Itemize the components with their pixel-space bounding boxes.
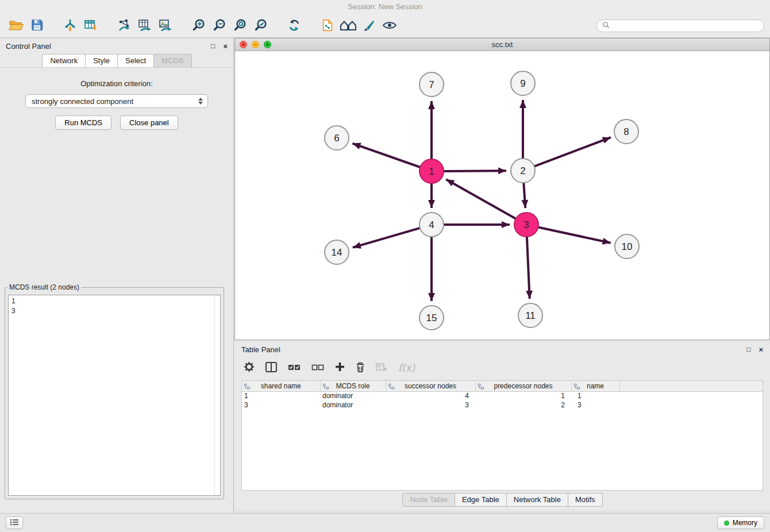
- close-table-panel-icon[interactable]: ×: [759, 346, 763, 353]
- window-titlebar: Session: New Session: [0, 0, 770, 14]
- function-builder-button[interactable]: f(x): [398, 360, 415, 376]
- zoom-out-icon: [213, 18, 226, 34]
- tab-network[interactable]: Network: [42, 54, 86, 67]
- criterion-select[interactable]: strongly connected component: [25, 94, 208, 108]
- import-network-button[interactable]: [60, 16, 80, 36]
- column-header-mcds-role[interactable]: MCDS role: [320, 381, 386, 391]
- paste-document-button[interactable]: [317, 16, 338, 36]
- tab-node-table[interactable]: Node Table: [402, 493, 455, 507]
- tab-mcds[interactable]: MCDS: [153, 54, 191, 67]
- tab-network-table[interactable]: Network Table: [506, 493, 568, 507]
- table-cell[interactable]: 4: [386, 391, 475, 400]
- close-panel-icon[interactable]: ×: [223, 43, 228, 50]
- table-cell[interactable]: 1: [571, 391, 619, 400]
- zoom-fit-button[interactable]: [230, 16, 251, 36]
- node-7[interactable]: 7: [419, 72, 444, 97]
- node-2[interactable]: 2: [511, 159, 535, 183]
- application-chrome: Session: New Session: [0, 0, 770, 38]
- node-9[interactable]: 9: [511, 71, 535, 95]
- table-cell[interactable]: 2: [475, 400, 571, 410]
- table-cell-filler: [619, 400, 763, 410]
- edge-2-3[interactable]: [523, 183, 525, 208]
- zoom-in-button[interactable]: [188, 16, 209, 36]
- save-session-button[interactable]: [26, 16, 47, 36]
- table-cell[interactable]: dominator: [320, 400, 386, 410]
- control-panel-header: Control Panel □ ×: [0, 38, 233, 54]
- select-all-columns-button[interactable]: [288, 360, 301, 376]
- node-11[interactable]: 11: [518, 303, 542, 327]
- run-mcds-button[interactable]: Run MCDS: [55, 115, 111, 130]
- node-6[interactable]: 6: [325, 126, 349, 150]
- edge-1-2[interactable]: [444, 171, 506, 171]
- edge-1-6[interactable]: [352, 144, 420, 167]
- zoom-selected-button[interactable]: [251, 16, 271, 36]
- export-image-button[interactable]: [155, 16, 176, 36]
- table-cell[interactable]: 3: [242, 400, 320, 410]
- memory-status-icon: [724, 521, 729, 526]
- table-cell[interactable]: 3: [386, 400, 475, 410]
- result-line: 1: [11, 296, 217, 306]
- edge-4-14[interactable]: [353, 228, 420, 248]
- main-toolbar: [0, 14, 770, 38]
- refresh-view-button[interactable]: [284, 16, 305, 36]
- table-row[interactable]: 3dominator323: [242, 400, 763, 410]
- minimize-window-icon[interactable]: –: [252, 41, 259, 48]
- import-table-button[interactable]: [80, 16, 101, 36]
- node-8[interactable]: 8: [614, 119, 638, 144]
- log-console-button[interactable]: [6, 516, 23, 529]
- split-panel-button[interactable]: [265, 360, 277, 376]
- unselect-all-columns-button[interactable]: [311, 360, 324, 376]
- first-neighbors-button[interactable]: [338, 16, 359, 36]
- edge-3-10[interactable]: [538, 228, 611, 243]
- double-home-icon: [340, 20, 357, 33]
- export-network-button[interactable]: [114, 16, 134, 36]
- node-15[interactable]: 15: [419, 306, 444, 330]
- search-input[interactable]: [613, 22, 759, 30]
- edge-3-11[interactable]: [527, 237, 530, 299]
- export-table-button[interactable]: [134, 16, 155, 36]
- tab-motifs[interactable]: Motifs: [568, 493, 603, 507]
- column-header-shared-name[interactable]: shared name: [242, 381, 320, 391]
- apply-style-button[interactable]: [359, 16, 379, 36]
- tab-style[interactable]: Style: [85, 54, 118, 67]
- node-4[interactable]: 4: [419, 213, 444, 237]
- node-14[interactable]: 14: [325, 240, 349, 264]
- float-panel-icon[interactable]: □: [211, 43, 215, 49]
- result-scrollbar[interactable]: [214, 296, 215, 495]
- delete-table-button[interactable]: [376, 360, 387, 376]
- column-header-name[interactable]: name: [571, 381, 619, 391]
- list-icon: [10, 519, 19, 527]
- show-hide-graphics-button[interactable]: [379, 16, 400, 36]
- network-canvas[interactable]: 1234678910111415: [235, 51, 769, 340]
- tab-edge-table[interactable]: Edge Table: [455, 493, 507, 507]
- delete-column-button[interactable]: [356, 360, 365, 376]
- node-3[interactable]: 3: [514, 213, 538, 237]
- table-panel-title: Table Panel: [241, 345, 280, 354]
- save-floppy-icon: [31, 19, 43, 33]
- float-table-panel-icon[interactable]: □: [746, 346, 750, 353]
- column-header-successor-nodes[interactable]: successor nodes: [386, 381, 475, 391]
- table-cell[interactable]: 1: [475, 391, 571, 400]
- node-1[interactable]: 1: [419, 159, 444, 183]
- add-column-button[interactable]: [335, 360, 345, 376]
- open-file-button[interactable]: [6, 16, 26, 36]
- node-table: shared name MCDS role successor nodes pr…: [241, 380, 763, 491]
- mcds-result-list[interactable]: 1 3: [8, 295, 221, 496]
- close-panel-button[interactable]: Close panel: [120, 115, 178, 130]
- edge-2-8[interactable]: [534, 137, 611, 166]
- network-window-titlebar[interactable]: × – + scc.txt: [235, 38, 769, 51]
- table-cell-filler: [619, 391, 763, 400]
- table-settings-button[interactable]: [244, 360, 255, 376]
- memory-button[interactable]: Memory: [717, 516, 764, 529]
- close-window-icon[interactable]: ×: [240, 41, 247, 48]
- table-cell[interactable]: 3: [571, 400, 619, 410]
- node-10[interactable]: 10: [615, 234, 639, 259]
- table-cell[interactable]: dominator: [320, 391, 386, 400]
- edge-3-1[interactable]: [446, 179, 515, 219]
- table-row[interactable]: 1dominator411: [242, 391, 763, 400]
- maximize-window-icon[interactable]: +: [264, 41, 271, 48]
- zoom-out-button[interactable]: [209, 16, 230, 36]
- tab-select[interactable]: Select: [117, 54, 154, 67]
- table-cell[interactable]: 1: [242, 391, 320, 400]
- column-header-predecessor-nodes[interactable]: predecessor nodes: [475, 381, 571, 391]
